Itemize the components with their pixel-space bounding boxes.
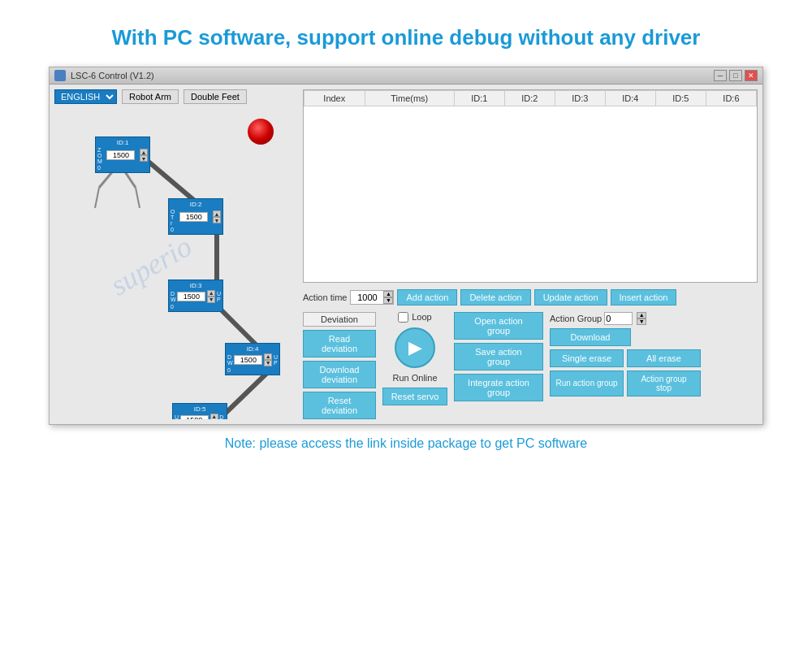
col-id4: ID:4 — [605, 90, 655, 106]
update-action-button[interactable]: Update action — [534, 289, 607, 306]
red-ball — [248, 119, 274, 145]
minimize-button[interactable]: ─ — [714, 70, 727, 81]
bottom-controls: Deviation Read deviation Download deviat… — [303, 312, 758, 419]
servo-4-up[interactable]: ▲ — [264, 353, 272, 360]
servo-3-value[interactable] — [177, 292, 205, 301]
col-id5: ID:5 — [655, 90, 706, 106]
deviation-panel: Deviation Read deviation Download deviat… — [303, 312, 376, 419]
servo-4-value[interactable] — [234, 355, 262, 365]
servo-1-down[interactable]: ▼ — [140, 155, 148, 162]
run-action-group-button[interactable]: Run action group — [550, 370, 624, 396]
run-online-label: Run Online — [392, 373, 437, 383]
servo-2-up[interactable]: ▲ — [213, 210, 221, 217]
action-table-area: Index Time(ms) ID:1 ID:2 ID:3 ID:4 ID:5 … — [303, 89, 758, 283]
servo-1-value[interactable] — [106, 150, 135, 160]
col-id6: ID:6 — [706, 90, 756, 106]
loop-label: Loop — [412, 312, 431, 322]
deviation-title: Deviation — [303, 312, 376, 327]
top-controls: ENGLISH Robot Arm Double Feet — [54, 89, 298, 104]
read-deviation-button[interactable]: Read deviation — [303, 330, 376, 358]
action-group-panel: Open action group Save action group Inte… — [454, 312, 543, 401]
delete-action-button[interactable]: Delete action — [460, 289, 530, 306]
servo-4-down[interactable]: ▼ — [264, 360, 272, 366]
action-buttons-row: Action time ▲ ▼ Add action Delete action… — [303, 286, 758, 309]
col-time: Time(ms) — [365, 90, 454, 106]
col-id3: ID:3 — [555, 90, 605, 106]
app-icon — [54, 70, 66, 81]
download-deviation-button[interactable]: Download deviation — [303, 361, 376, 388]
action-table: Index Time(ms) ID:1 ID:2 ID:3 ID:4 ID:5 … — [304, 90, 757, 106]
bottom-note: Note: please access the link inside pack… — [225, 436, 587, 451]
servo-1-up[interactable]: ▲ — [140, 149, 148, 155]
all-erase-button[interactable]: All erase — [627, 349, 701, 367]
add-action-button[interactable]: Add action — [397, 289, 457, 306]
time-spin-up[interactable]: ▲ — [383, 291, 393, 297]
double-feet-button[interactable]: Double Feet — [184, 89, 247, 104]
window-title: LSC-6 Control (V1.2) — [71, 71, 154, 80]
col-id1: ID:1 — [454, 90, 504, 106]
time-spin-down[interactable]: ▼ — [383, 297, 393, 304]
ag-spin-up[interactable]: ▲ — [637, 312, 646, 318]
svg-line-11 — [136, 188, 140, 208]
servo-3-down[interactable]: ▼ — [207, 297, 215, 303]
servo-block-3: ID:3 DW ▲ ▼ UP 0 — [168, 280, 223, 312]
right-panel: Index Time(ms) ID:1 ID:2 ID:3 ID:4 ID:5 … — [303, 89, 758, 419]
top-heading: With PC software, support online debug w… — [32, 24, 780, 52]
time-input-wrapper: ▲ ▼ — [350, 290, 394, 305]
servo-5-up[interactable]: ▲ — [210, 414, 218, 419]
download-button[interactable]: Download — [550, 328, 631, 346]
titlebar: LSC-6 Control (V1.2) ─ □ ✕ — [50, 67, 762, 84]
svg-line-10 — [95, 188, 99, 208]
run-stop-buttons-row: Run action group Action group stop — [550, 370, 701, 396]
action-group-label: Action Group — [550, 314, 602, 323]
action-group-input[interactable] — [604, 312, 633, 325]
action-group-stop-button[interactable]: Action group stop — [627, 370, 701, 396]
maximize-button[interactable]: □ — [729, 70, 742, 81]
loop-checkbox[interactable] — [398, 312, 408, 323]
insert-action-button[interactable]: Insert action — [611, 289, 677, 306]
single-erase-button[interactable]: Single erase — [550, 349, 624, 367]
servo-3-up[interactable]: ▲ — [207, 290, 215, 297]
app-window: LSC-6 Control (V1.2) ─ □ ✕ ENGLISH Robot… — [49, 67, 763, 425]
servo-block-1: ID:1 ZOM ▲ ▼ 0 — [95, 136, 150, 173]
robot-visual: ID:1 ZOM ▲ ▼ 0 ID:2 OTr — [54, 110, 290, 419]
col-id2: ID:2 — [504, 90, 555, 106]
language-select[interactable]: ENGLISH — [54, 89, 117, 104]
action-group-select-row: Action Group ▲ ▼ — [550, 312, 701, 325]
svg-line-3 — [221, 370, 270, 418]
servo-block-2: ID:2 OTr ▲ ▼ 0 — [168, 198, 223, 235]
loop-play-panel: Loop ▶ Run Online Reset servo — [382, 312, 447, 405]
integrate-action-group-button[interactable]: Integrate action group — [454, 374, 543, 401]
close-button[interactable]: ✕ — [745, 70, 758, 81]
left-panel: ENGLISH Robot Arm Double Feet — [54, 89, 298, 419]
action-time-label: Action time — [303, 292, 347, 302]
action-time-input[interactable] — [351, 292, 383, 303]
servo-block-5: ID:5 UP ▲ ▼ DW 0 — [172, 403, 227, 419]
servo-2-down[interactable]: ▼ — [213, 217, 221, 223]
robot-arm-button[interactable]: Robot Arm — [122, 89, 179, 104]
servo-5-value[interactable] — [180, 415, 209, 419]
erase-buttons-row: Single erase All erase — [550, 349, 701, 367]
right-side-panel: Action Group ▲ ▼ Download Single erase A… — [550, 312, 701, 396]
servo-block-4: ID:4 DW ▲ ▼ UP 0 — [225, 343, 280, 375]
ag-spin-down[interactable]: ▼ — [637, 318, 646, 325]
col-index: Index — [304, 90, 365, 106]
play-button[interactable]: ▶ — [395, 327, 435, 368]
reset-deviation-button[interactable]: Reset deviation — [303, 392, 376, 419]
open-action-group-button[interactable]: Open action group — [454, 312, 543, 340]
save-action-group-button[interactable]: Save action group — [454, 343, 543, 370]
reset-servo-button[interactable]: Reset servo — [382, 388, 447, 405]
servo-2-value[interactable] — [179, 212, 208, 222]
window-content: ENGLISH Robot Arm Double Feet — [50, 84, 762, 424]
